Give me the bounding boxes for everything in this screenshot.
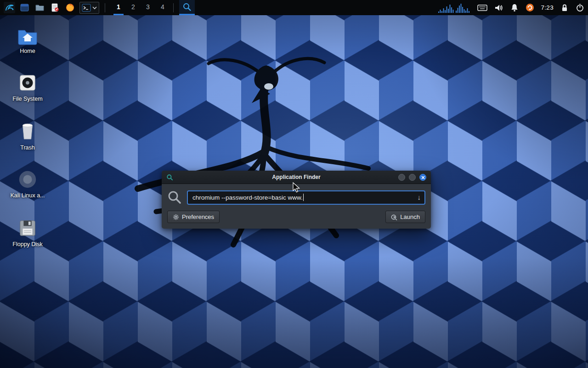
launch-button[interactable]: Launch — [385, 211, 425, 223]
audio-spectrum-icon — [438, 3, 470, 13]
task-application-finder[interactable] — [179, 0, 195, 15]
text-editor-launcher[interactable] — [49, 2, 61, 13]
history-dropdown-icon[interactable]: ↓ — [418, 193, 421, 201]
launch-label: Launch — [400, 213, 420, 220]
desktop-icon-label: Floppy Disk — [12, 241, 42, 247]
preferences-label: Preferences — [182, 213, 214, 220]
notifications-bell-icon[interactable] — [510, 3, 519, 12]
folder-icon — [35, 3, 45, 12]
firefox-launcher[interactable] — [64, 2, 76, 13]
file-manager-launcher[interactable] — [19, 2, 30, 13]
workspace-switcher: 1 2 3 4 — [113, 0, 168, 15]
gear-icon — [173, 214, 179, 220]
close-icon — [421, 176, 425, 179]
workspace-4[interactable]: 4 — [158, 0, 168, 15]
chevron-down-icon[interactable] — [92, 6, 97, 10]
window-title: Application Finder — [162, 174, 431, 180]
desktop-icon-floppy-disk[interactable]: Floppy Disk — [6, 218, 50, 247]
floppy-disk-icon — [17, 218, 38, 238]
files-launcher[interactable] — [34, 2, 45, 13]
window-controls — [398, 174, 426, 181]
application-finder-window: Application Finder chro — [162, 171, 431, 229]
panel-separator — [105, 3, 105, 12]
kali-docs-icon — [17, 169, 38, 190]
desktop-icon-label: Kali Linux a... — [10, 192, 45, 199]
firefox-icon — [65, 3, 75, 12]
desktop-root: 1 2 3 4 — [0, 0, 588, 368]
preferences-button[interactable]: Preferences — [167, 211, 220, 223]
titlebar[interactable]: Application Finder — [162, 171, 431, 184]
desktop-icon-home[interactable]: Home — [6, 27, 50, 54]
command-input[interactable]: chromium --password-store=basic www. ↓ — [187, 190, 425, 205]
top-panel: 1 2 3 4 — [0, 0, 588, 15]
clock[interactable]: 7:23 — [541, 4, 554, 11]
workspace-1[interactable]: 1 — [113, 0, 124, 15]
kali-logo-icon — [5, 3, 15, 13]
text-editor-icon — [50, 3, 60, 12]
desktop-icon-file-system[interactable]: File System — [6, 73, 50, 102]
home-folder-icon — [17, 27, 38, 45]
desktop-icon-trash[interactable]: Trash — [6, 121, 50, 151]
terminal-launcher[interactable] — [79, 2, 99, 14]
desktop-icon-kali-docs[interactable]: Kali Linux a... — [6, 169, 50, 199]
finder-body: chromium --password-store=basic www. ↓ P… — [162, 184, 431, 229]
trash-icon — [17, 121, 38, 142]
keyboard-indicator-icon[interactable] — [477, 4, 487, 12]
terminal-icon — [82, 3, 91, 12]
command-input-text: chromium --password-store=basic www. — [192, 194, 303, 201]
desktop-icon-label: Home — [20, 48, 35, 54]
system-tray: 7:23 — [438, 3, 584, 13]
run-icon — [391, 214, 397, 220]
desktop-icon-label: Trash — [20, 144, 35, 151]
lock-screen-icon[interactable] — [560, 3, 569, 12]
close-button[interactable] — [419, 174, 426, 181]
file-system-icon — [17, 73, 38, 93]
file-manager-icon — [20, 3, 29, 12]
search-icon — [167, 190, 182, 205]
minimize-button[interactable] — [398, 174, 405, 181]
app-finder-icon — [182, 2, 192, 12]
updates-indicator-icon[interactable] — [526, 3, 534, 12]
desktop-icon-label: File System — [12, 96, 42, 102]
maximize-button[interactable] — [409, 174, 416, 181]
volume-icon[interactable] — [494, 3, 503, 12]
workspace-3[interactable]: 3 — [143, 0, 153, 15]
panel-separator — [173, 3, 174, 12]
power-logout-icon[interactable] — [576, 3, 584, 12]
workspace-2[interactable]: 2 — [128, 0, 138, 15]
kali-menu-button[interactable] — [4, 2, 15, 13]
text-caret — [303, 194, 304, 201]
